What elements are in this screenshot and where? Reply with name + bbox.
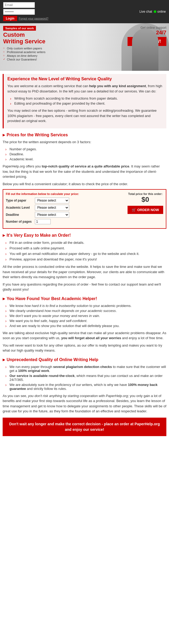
pages-label: Number of pages [6, 220, 35, 223]
unprecedented-item-3: We are absolutely sure in the proficienc… [5, 382, 166, 391]
helper-item-3: We don't want you to waste your money an… [5, 313, 166, 318]
deadline-label: Deadline [6, 213, 35, 217]
calc-order-label: ORDER NOW [137, 208, 159, 212]
online-indicator [154, 10, 156, 13]
step-4: Preview, approve and download the paper,… [5, 256, 166, 262]
academic-label: Academic Level [6, 206, 35, 209]
best-helper-heading: You Have Found Your Best Academic Helper… [3, 296, 166, 301]
unprecedented-list: We run every paper through several plagi… [5, 364, 166, 391]
banner-feature-1: Only custom written papers [3, 46, 45, 50]
cta-bottom: Don't wait any longer and make the corre… [3, 418, 166, 436]
total-price: $0 [128, 195, 163, 204]
unprecedented-item-2: Our service is available round-the-clock… [5, 373, 166, 382]
type-of-paper-row: Type of paper Please select [6, 198, 125, 203]
total-label: Total price for this order: [128, 192, 163, 195]
order-steps-list: Fill in an online order form, provide al… [5, 240, 166, 262]
unprecedented-heading: Unprecedented Quality of Online Writing … [3, 357, 166, 362]
factor-academic: Academic level. [5, 157, 166, 162]
email-input[interactable] [3, 2, 35, 8]
banner-title-line1: Custom [3, 32, 45, 38]
step-2: Proceed with a safe online payment. [5, 245, 166, 251]
online-status: online [157, 10, 166, 13]
step-1: Fill in an online order form, provide al… [5, 240, 166, 245]
factor-pages: Number of pages. [5, 147, 166, 152]
banner-features-list: Only custom written papers Professional … [3, 46, 45, 61]
calculator-form: Fill out the information below to calcul… [6, 192, 125, 226]
deadline-select[interactable]: Please select [35, 212, 69, 218]
cart-icon: 🛒 [132, 208, 136, 212]
calculator-total: Total price for this order: $0 🛒 ORDER N… [128, 192, 163, 226]
unprecedented-item-1: We run every paper through several plagi… [5, 364, 166, 373]
helper-item-2: We clearly understand how much depends o… [5, 308, 166, 313]
deadline-row: Deadline Please select [6, 212, 125, 218]
type-label: Type of paper [6, 199, 35, 202]
pages-row: Number of pages [6, 219, 125, 224]
experience-para1: You are welcome at a custom writing serv… [7, 83, 163, 94]
helper-para1: We are talking about exclusive high-qual… [3, 330, 166, 341]
unprecedented-para1: As you can see, you don't risk anything … [3, 393, 166, 414]
person-body [132, 29, 158, 71]
academic-level-row: Academic Level Please select [6, 205, 125, 211]
password-input[interactable] [3, 9, 35, 15]
easy-order-heading: It's Very Easy to Make an Order! [3, 233, 166, 238]
experience-item-2: Editing and proofreading of the paper pr… [10, 101, 163, 106]
pages-input[interactable] [35, 219, 51, 224]
live-chat-label: Live chat [139, 10, 152, 13]
experience-title: Experience the New Level of Writing Serv… [7, 77, 163, 81]
header-login-area: Login Forgot your password? [3, 2, 48, 21]
banner-feature-2: Professional academic writers [3, 50, 45, 54]
samples-tag: Samples of our work [3, 26, 36, 31]
prices-para2: Below you will find a convenient calcula… [3, 181, 166, 187]
factor-deadline: Deadline. [5, 152, 166, 157]
easy-order-para2: If you have any questions regarding the … [3, 282, 166, 292]
banner-content: Samples of our work Custom Writing Servi… [0, 23, 49, 64]
experience-list: Writing from scratch according to the in… [10, 96, 163, 106]
experience-item-1: Writing from scratch according to the in… [10, 96, 163, 101]
experience-section: Experience the New Level of Writing Serv… [3, 74, 166, 128]
helper-para2: You will never want to look for any othe… [3, 343, 166, 353]
experience-para2: You may select one of the two options - … [7, 108, 163, 124]
prices-intro: The price for the written assignment dep… [3, 139, 166, 145]
banner-feature-3: Always on-time delivery [3, 54, 45, 58]
cta-text: Don't wait any longer and make the corre… [9, 422, 160, 432]
banner: Samples of our work Custom Writing Servi… [0, 23, 169, 71]
prices-factors-list: Number of pages. Deadline. Academic leve… [5, 147, 166, 162]
login-button[interactable]: Login [3, 16, 17, 21]
price-calculator: Fill out the information below to calcul… [3, 189, 166, 229]
helper-item-4: We want you to feel safe, happy and self… [5, 318, 166, 323]
calculator-title: Fill out the information below to calcul… [6, 192, 125, 195]
best-helper-list: We know how hard it is to find a trustwo… [5, 303, 166, 328]
header: Login Forgot your password? Live chat on… [0, 0, 169, 23]
calculator-order-button[interactable]: 🛒 ORDER NOW [128, 206, 163, 214]
step-3: You will get an email notification about… [5, 251, 166, 256]
forgot-password-link[interactable]: Forgot your password? [19, 17, 49, 20]
prices-para1: PaperHelp.org offers you top-notch quali… [3, 164, 166, 179]
support-247: 24/7 [156, 30, 166, 35]
live-chat-area: Live chat online [139, 10, 166, 13]
main-content: Experience the New Level of Writing Serv… [0, 71, 169, 439]
banner-feature-4: Check our Guarantees! [3, 58, 45, 61]
helper-item-5: And we are ready to show you the solutio… [5, 323, 166, 328]
easy-order-para1: All the order process is conducted onlin… [3, 264, 166, 280]
type-of-paper-select[interactable]: Please select [35, 198, 69, 203]
academic-level-select[interactable]: Please select [35, 205, 69, 211]
banner-title-line2: Writing Service [3, 38, 45, 45]
prices-heading: Prices for the Writing Services [3, 133, 166, 137]
helper-item-1: We know how hard it is to find a trustwo… [5, 303, 166, 308]
